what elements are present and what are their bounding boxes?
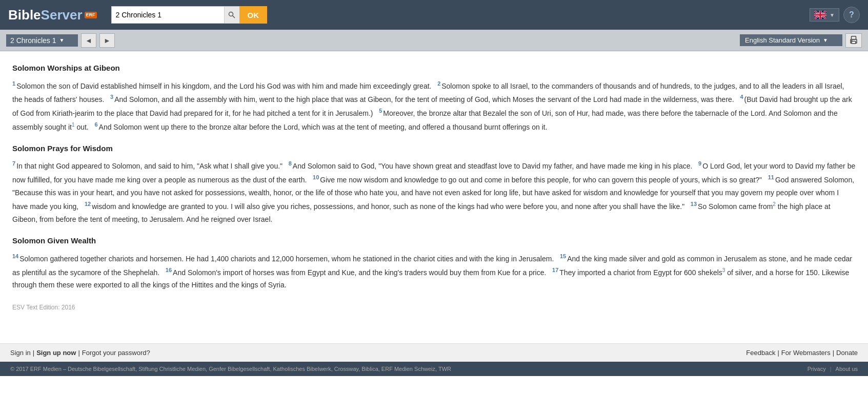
verse-num-5: 5 bbox=[379, 108, 382, 114]
prev-icon: ◄ bbox=[85, 36, 92, 45]
verse-num-2: 2 bbox=[437, 80, 440, 87]
verse-num-16: 16 bbox=[166, 267, 172, 273]
section-solomon-prays: Solomon Prays for Wisdom 7In that night … bbox=[12, 142, 856, 226]
footer-sep-5: | bbox=[830, 366, 832, 372]
svg-rect-5 bbox=[852, 41, 856, 44]
signin-link[interactable]: Sign in bbox=[10, 349, 31, 357]
footnote-17: 3 bbox=[722, 267, 725, 273]
verse-num-1: 1 bbox=[12, 80, 15, 87]
header-right: ▼ ? bbox=[810, 7, 860, 23]
donate-link[interactable]: Donate bbox=[836, 349, 858, 357]
svg-rect-3 bbox=[852, 36, 856, 39]
search-icon bbox=[228, 11, 235, 18]
section-heading-wealth: Solomon Given Wealth bbox=[12, 234, 856, 247]
verse-num-3: 3 bbox=[110, 94, 113, 100]
forgot-link[interactable]: Forgot your password? bbox=[82, 349, 150, 357]
footnote-5: 1 bbox=[72, 122, 75, 128]
logo-text: BibleServer bbox=[8, 7, 83, 23]
toolbar: 2 Chronicles 1 ▼ ◄ ► English Standard Ve… bbox=[0, 30, 868, 51]
footer-main: Sign in | Sign up now | Forgot your pass… bbox=[0, 343, 868, 362]
next-icon: ► bbox=[104, 36, 111, 45]
search-icon-button[interactable] bbox=[224, 6, 239, 24]
toolbar-right: English Standard Version ▼ bbox=[740, 33, 862, 48]
verse-num-10: 10 bbox=[313, 174, 319, 180]
svg-point-6 bbox=[852, 40, 853, 41]
help-button[interactable]: ? bbox=[843, 7, 860, 23]
print-button[interactable] bbox=[845, 33, 862, 48]
logo: BibleServer ERF bbox=[8, 7, 97, 23]
verse-num-15: 15 bbox=[560, 253, 566, 259]
search-input[interactable] bbox=[111, 6, 224, 24]
footer-copyright: © 2017 ERF Medien – Deutsche Bibelgesell… bbox=[0, 362, 868, 376]
version-label: English Standard Version bbox=[745, 36, 820, 44]
footer-separator-4: | bbox=[833, 349, 834, 357]
ok-button[interactable]: OK bbox=[239, 6, 268, 24]
chapter-label: 2 Chronicles 1 bbox=[10, 36, 56, 45]
next-chapter-button[interactable]: ► bbox=[99, 33, 115, 48]
svg-line-1 bbox=[233, 16, 235, 18]
section-heading-worships: Solomon Worships at Gibeon bbox=[12, 61, 856, 75]
section-solomon-wealth: Solomon Given Wealth 14Solomon gathered … bbox=[12, 234, 856, 292]
edition-text: ESV Text Edition: 2016 bbox=[12, 302, 856, 313]
verse-num-7: 7 bbox=[12, 160, 15, 167]
verse-num-6: 6 bbox=[94, 121, 97, 128]
svg-point-0 bbox=[229, 12, 233, 16]
section-heading-prays: Solomon Prays for Wisdom bbox=[12, 142, 856, 155]
verse-num-13: 13 bbox=[691, 201, 697, 207]
signup-link[interactable]: Sign up now bbox=[36, 349, 76, 357]
footer-right: Feedback | For Webmasters | Donate bbox=[746, 349, 858, 357]
footer-separator-3: | bbox=[777, 349, 779, 357]
verse-num-14: 14 bbox=[12, 253, 18, 259]
section-prays-text: 7In that night God appeared to Solomon, … bbox=[12, 159, 856, 226]
version-selector[interactable]: English Standard Version ▼ bbox=[740, 34, 842, 46]
verse-num-8: 8 bbox=[289, 160, 292, 167]
verse-num-11: 11 bbox=[768, 174, 774, 180]
footer-separator-1: | bbox=[33, 349, 34, 357]
version-chevron-icon: ▼ bbox=[823, 37, 828, 43]
webmasters-link[interactable]: For Webmasters bbox=[781, 349, 831, 357]
footer-separator-2: | bbox=[78, 349, 79, 357]
verse-num-4: 4 bbox=[740, 94, 743, 100]
copyright-text: © 2017 ERF Medien – Deutsche Bibelgesell… bbox=[10, 366, 451, 372]
section-solomon-worships: Solomon Worships at Gibeon 1Solomon the … bbox=[12, 61, 856, 134]
logo-server: Server bbox=[41, 7, 83, 23]
footer-copyright-links: Privacy | About us bbox=[808, 366, 858, 372]
language-chevron-icon: ▼ bbox=[830, 12, 835, 18]
main-content: Solomon Worships at Gibeon 1Solomon the … bbox=[0, 51, 868, 323]
chapter-chevron-icon: ▼ bbox=[59, 37, 65, 43]
uk-flag-icon bbox=[814, 11, 826, 19]
privacy-link[interactable]: Privacy bbox=[808, 366, 826, 372]
verse-num-9: 9 bbox=[698, 160, 701, 167]
print-icon bbox=[849, 36, 858, 45]
verse-num-12: 12 bbox=[85, 201, 91, 207]
language-selector[interactable]: ▼ bbox=[810, 8, 839, 22]
footnote-13: 2 bbox=[773, 201, 776, 207]
search-container: OK bbox=[111, 6, 268, 24]
about-link[interactable]: About us bbox=[836, 366, 858, 372]
chapter-selector[interactable]: 2 Chronicles 1 ▼ bbox=[6, 34, 78, 47]
logo-bible: Bible bbox=[8, 7, 41, 23]
section-wealth-text: 14Solomon gathered together chariots and… bbox=[12, 252, 856, 292]
header: BibleServer ERF OK ▼ ? bbox=[0, 0, 868, 30]
logo-badge: ERF bbox=[85, 12, 97, 18]
prev-chapter-button[interactable]: ◄ bbox=[81, 33, 96, 48]
verse-num-17: 17 bbox=[552, 267, 558, 273]
section-worships-text: 1Solomon the son of David established hi… bbox=[12, 79, 856, 134]
feedback-link[interactable]: Feedback bbox=[746, 349, 775, 357]
